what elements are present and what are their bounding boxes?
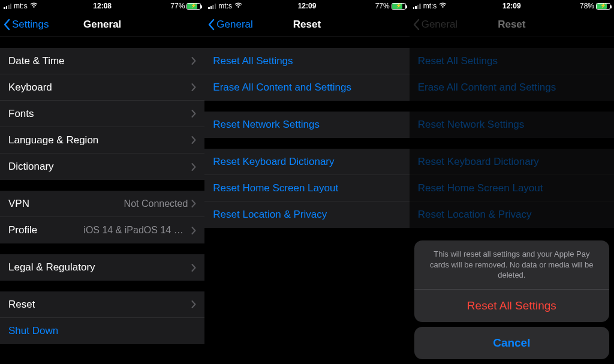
back-label: General <box>216 19 252 31</box>
back-label: Settings <box>12 19 49 31</box>
row-profile[interactable]: Profile iOS 14 & iPadOS 14 Beta Softwar… <box>0 217 204 243</box>
battery-percent: 77% <box>375 2 390 10</box>
row-label: Reset Home Screen Layout <box>213 182 338 194</box>
charging-bolt-icon: ⚡ <box>191 3 197 8</box>
cellular-signal-icon <box>4 3 11 9</box>
row-reset-location-privacy: Reset Location & Privacy <box>410 201 614 228</box>
row-reset[interactable]: Reset <box>0 291 204 318</box>
row-detail: Not Connected <box>124 198 192 209</box>
row-keyboard[interactable]: Keyboard <box>0 74 204 101</box>
battery-icon: ⚡ <box>186 3 201 10</box>
row-reset-all-settings[interactable]: Reset All Settings <box>204 48 409 74</box>
screen-general: mt:s 12:08 77% ⚡ Settings General Date &… <box>0 0 204 364</box>
group-reset-primary: Reset All Settings Erase All Content and… <box>410 48 614 101</box>
status-bar: mt:s 12:09 78% ⚡ <box>410 0 614 12</box>
row-reset-keyboard-dict: Reset Keyboard Dictionary <box>410 149 614 175</box>
row-label: VPN <box>8 198 29 210</box>
back-button: General <box>413 12 458 37</box>
status-bar: mt:s 12:09 77% ⚡ <box>204 0 409 12</box>
row-label: Language & Region <box>8 134 98 146</box>
screen-reset: mt:s 12:09 77% ⚡ General Reset Reset All… <box>204 0 409 364</box>
group-reset-other: Reset Keyboard Dictionary Reset Home Scr… <box>410 149 614 228</box>
row-reset-all-settings: Reset All Settings <box>410 48 614 74</box>
chevron-left-icon <box>413 19 420 31</box>
sheet-message: This will reset all settings and your Ap… <box>414 240 609 290</box>
chevron-right-icon <box>191 57 196 65</box>
battery-icon: ⚡ <box>596 3 610 10</box>
row-detail: iOS 14 & iPadOS 14 Beta Softwar… <box>83 225 191 236</box>
row-label: Reset Location & Privacy <box>418 209 532 221</box>
cellular-signal-icon <box>208 3 216 9</box>
group-network-profiles: VPN Not Connected Profile iOS 14 & iPadO… <box>0 191 204 243</box>
row-label: Erase All Content and Settings <box>418 82 556 94</box>
chevron-right-icon <box>191 163 196 171</box>
sheet-main-block: This will reset all settings and your Ap… <box>414 240 609 322</box>
row-vpn[interactable]: VPN Not Connected <box>0 191 204 217</box>
row-label: Reset Keyboard Dictionary <box>213 156 334 168</box>
row-label: Reset All Settings <box>418 55 498 67</box>
action-sheet: This will reset all settings and your Ap… <box>414 240 609 359</box>
row-reset-keyboard-dict[interactable]: Reset Keyboard Dictionary <box>204 149 409 175</box>
carrier-label: mt:s <box>423 2 437 10</box>
group-reset-network: Reset Network Settings <box>410 112 614 138</box>
nav-bar: Settings General <box>0 12 204 37</box>
wifi-icon <box>30 2 38 10</box>
row-reset-network: Reset Network Settings <box>410 112 614 138</box>
group-reset-network: Reset Network Settings <box>204 112 409 138</box>
sheet-cancel-button[interactable]: Cancel <box>414 327 609 359</box>
page-title: Reset <box>498 19 525 31</box>
chevron-right-icon <box>191 227 196 234</box>
cellular-signal-icon <box>413 3 421 9</box>
row-label: Erase All Content and Settings <box>213 82 351 94</box>
group-general-settings: Date & Time Keyboard Fonts Language & Re… <box>0 48 204 180</box>
chevron-right-icon <box>191 110 196 118</box>
nav-bar: General Reset <box>410 12 614 37</box>
row-shut-down[interactable]: Shut Down <box>0 318 204 344</box>
row-reset-network[interactable]: Reset Network Settings <box>204 112 409 138</box>
carrier-label: mt:s <box>14 2 28 10</box>
row-label: Profile <box>8 224 37 236</box>
group-reset-primary: Reset All Settings Erase All Content and… <box>204 48 409 101</box>
back-button[interactable]: General <box>208 12 252 37</box>
row-label: Reset Network Settings <box>418 119 525 131</box>
row-fonts[interactable]: Fonts <box>0 101 204 127</box>
battery-percent: 78% <box>580 2 594 10</box>
row-label: Reset <box>8 299 35 311</box>
chevron-right-icon <box>191 83 196 91</box>
row-erase-all[interactable]: Erase All Content and Settings <box>204 74 409 101</box>
carrier-label: mt:s <box>218 2 232 10</box>
nav-bar: General Reset <box>204 12 409 37</box>
row-label: Reset Location & Privacy <box>213 209 327 221</box>
status-bar: mt:s 12:08 77% ⚡ <box>0 0 204 12</box>
back-label: General <box>422 19 458 31</box>
row-erase-all: Erase All Content and Settings <box>410 74 614 101</box>
row-dictionary[interactable]: Dictionary <box>0 154 204 180</box>
sheet-reset-all-button[interactable]: Reset All Settings <box>414 290 609 322</box>
row-label: Reset Home Screen Layout <box>418 182 543 194</box>
battery-icon: ⚡ <box>392 3 406 10</box>
row-label: Keyboard <box>8 82 52 94</box>
row-label: Reset Keyboard Dictionary <box>418 156 539 168</box>
charging-bolt-icon: ⚡ <box>600 3 606 8</box>
chevron-right-icon <box>191 264 196 272</box>
group-legal: Legal & Regulatory <box>0 254 204 281</box>
chevron-right-icon <box>191 200 196 207</box>
row-label: Reset All Settings <box>213 55 293 67</box>
page-title: General <box>83 19 121 31</box>
group-reset-other: Reset Keyboard Dictionary Reset Home Scr… <box>204 149 409 228</box>
row-legal-regulatory[interactable]: Legal & Regulatory <box>0 254 204 281</box>
sheet-cancel-block: Cancel <box>414 327 609 359</box>
row-reset-home-layout[interactable]: Reset Home Screen Layout <box>204 175 409 201</box>
row-date-time[interactable]: Date & Time <box>0 48 204 74</box>
row-reset-location-privacy[interactable]: Reset Location & Privacy <box>204 201 409 228</box>
screen-reset-confirm: mt:s 12:09 78% ⚡ General Reset Reset All… <box>410 0 614 364</box>
battery-percent: 77% <box>170 2 185 10</box>
wifi-icon <box>439 2 447 10</box>
row-label: Fonts <box>8 108 34 120</box>
page-title: Reset <box>293 19 321 31</box>
back-button[interactable]: Settings <box>4 12 49 37</box>
row-label: Dictionary <box>8 161 54 173</box>
chevron-right-icon <box>191 136 196 144</box>
row-language-region[interactable]: Language & Region <box>0 127 204 154</box>
wifi-icon <box>234 2 242 10</box>
